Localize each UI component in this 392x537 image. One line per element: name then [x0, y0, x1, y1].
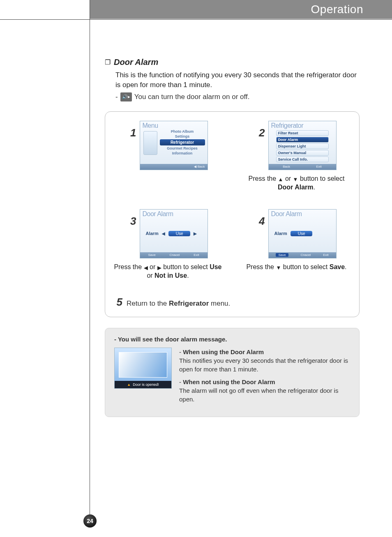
step-4: 4 Door Alarm Alarm Use Save Cnacel Exit — [240, 209, 353, 280]
step-3-screen-title: Door Alarm — [143, 210, 173, 218]
info-screen-overlay — [119, 352, 167, 378]
step-4-screen: Door Alarm Alarm Use Save Cnacel Exit — [268, 209, 337, 258]
header-bar: Operation — [0, 0, 392, 20]
dash: - — [115, 93, 118, 101]
menu-item: Information — [160, 151, 205, 155]
info-text: - When using the Door Alarm This notifie… — [179, 348, 350, 408]
list-item: Filter Reset — [276, 130, 329, 136]
menu-item-selected: Refrigerator — [160, 139, 205, 145]
step-4-num: 4 — [257, 216, 265, 226]
step-2-num: 2 — [257, 127, 265, 138]
step-4-alarm-row: Alarm Use — [274, 231, 330, 236]
step-1: 1 Menu Photo Album Settings Refrigerator… — [112, 121, 224, 192]
exit-btn: Exit — [194, 253, 199, 257]
step-3-num: 3 — [128, 216, 136, 226]
step-2-screen-title: Refrigerator — [271, 122, 303, 129]
step-1-screen: Menu Photo Album Settings Refrigerator G… — [140, 121, 208, 170]
step-5: 5 Return to the Refrigerator menu. — [112, 297, 353, 308]
save-btn: Save — [148, 253, 155, 257]
content: Door Alarm This is the function of notif… — [105, 58, 360, 417]
left-triangle-icon: ◀ — [144, 264, 148, 272]
back-label: ◀ Back — [194, 165, 205, 168]
step-4-bottom-bar: Save Cnacel Exit — [269, 252, 336, 258]
info-using: - When using the Door Alarm This notifie… — [179, 348, 350, 373]
side-rule — [90, 0, 90, 526]
menu-item: Settings — [160, 134, 205, 138]
left-arrow-icon: ◀ — [162, 231, 165, 236]
step-5-num: 5 — [114, 297, 122, 307]
alarm-value: Use — [168, 231, 191, 236]
steps-grid: 1 Menu Photo Album Settings Refrigerator… — [112, 121, 353, 280]
list-item: Owner's Manual — [276, 150, 329, 156]
section-title: Door Alarm — [105, 58, 360, 67]
toggle-note-text: You can turn the door alarm on or off. — [134, 93, 250, 101]
down-triangle-icon: ▼ — [276, 264, 281, 272]
info-box: - You will see the door alarm message. ▲… — [105, 328, 360, 417]
warning-icon: ▲ — [127, 383, 131, 387]
step-5-text: Return to the Refrigerator menu. — [127, 300, 230, 308]
alarm-label: Alarm — [146, 231, 159, 236]
step-2: 2 Refrigerator Filter Reset Door Alarm D… — [240, 121, 353, 192]
step-3-bottom-bar: Save Cnacel Exit — [140, 252, 208, 258]
exit-btn: Exit — [316, 165, 321, 168]
step-2-screen: Refrigerator Filter Reset Door Alarm Dis… — [268, 121, 337, 170]
steps-box: 1 Menu Photo Album Settings Refrigerator… — [105, 111, 360, 317]
header-title: Operation — [90, 0, 392, 19]
section-toggle-note: - 🔊▸ You can turn the door alarm on or o… — [115, 92, 360, 101]
section-intro: This is the function of notifying you ev… — [115, 70, 360, 90]
right-triangle-icon: ▶ — [157, 264, 161, 272]
step-3-alarm-row: Alarm ◀ Use ▶ — [146, 231, 202, 236]
info-screen-bar: ▲ Door is opened! — [115, 381, 171, 388]
step-1-bottom-bar: ◀ Back — [140, 164, 208, 170]
right-arrow-icon: ▶ — [194, 231, 197, 236]
step-4-caption: Press the ▼ button to select Save. — [246, 263, 346, 272]
back-btn: Back — [283, 165, 290, 168]
menu-item: Photo Album — [160, 129, 205, 134]
step-2-bottom-bar: Back Exit — [269, 164, 336, 170]
step-4-screen-title: Door Alarm — [271, 210, 302, 218]
alarm-value: Use — [291, 231, 313, 236]
popup-text: Door is opened! — [133, 383, 159, 387]
sound-icon: 🔊▸ — [120, 92, 132, 101]
step-1-num: 1 — [128, 127, 136, 138]
page-number: 24 — [83, 514, 97, 528]
step-1-menu: Photo Album Settings Refrigerator Gourme… — [160, 129, 205, 155]
list-item: Dispenser Light — [276, 143, 329, 149]
info-row: ▲ Door is opened! - When using the Door … — [114, 348, 350, 408]
step-2-list: Filter Reset Door Alarm Dispenser Light … — [276, 130, 329, 162]
exit-btn: Exit — [323, 253, 328, 257]
save-btn-selected: Save — [276, 253, 288, 257]
down-triangle-icon: ▼ — [293, 176, 298, 183]
list-item-selected: Door Alarm — [276, 137, 329, 143]
fridge-illustration — [143, 131, 157, 155]
step-3-caption: Press the ◀ or ▶ button to select Use or… — [112, 263, 224, 280]
menu-item: Gourmet Recipes — [160, 146, 205, 150]
alarm-label: Alarm — [274, 231, 287, 236]
step-3: 3 Door Alarm Alarm ◀ Use ▶ Save Cnacel E — [112, 209, 224, 280]
up-triangle-icon: ▲ — [278, 176, 284, 183]
step-2-caption: Press the ▲ or ▼ button to select Door A… — [240, 174, 353, 192]
cancel-btn: Cnacel — [169, 253, 180, 257]
list-item: Service Call Info. — [276, 157, 329, 162]
cancel-btn: Cnacel — [300, 253, 311, 257]
info-screen: ▲ Door is opened! — [114, 348, 172, 389]
info-not-using: - When not using the Door Alarm The alar… — [179, 378, 350, 403]
info-title: - You will see the door alarm message. — [114, 336, 350, 343]
step-1-screen-title: Menu — [143, 122, 158, 129]
step-3-screen: Door Alarm Alarm ◀ Use ▶ Save Cnacel Exi… — [140, 209, 208, 258]
